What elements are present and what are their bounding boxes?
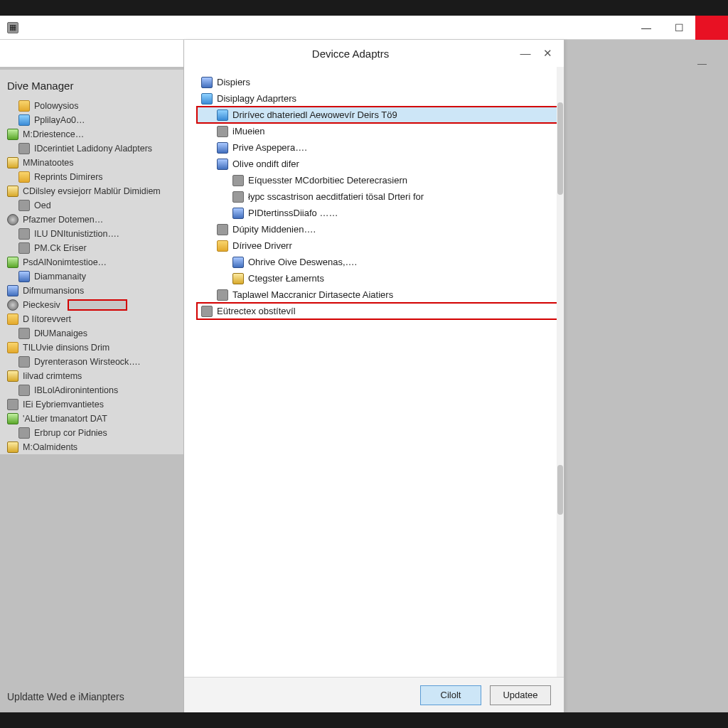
monitor-icon (201, 93, 213, 105)
tree-item-label: Ctegster Łamernts (248, 272, 324, 285)
sidebar-item[interactable]: TILUvie dinsions Drim (6, 341, 178, 355)
sidebar-item[interactable]: ILU DNItunistiztion…. (6, 227, 178, 241)
tree-item[interactable]: Eütrectex obstítevíl (197, 303, 564, 319)
tree-item-label: Ohrive Oive Deswenas,…. (248, 255, 357, 269)
sidebar-item-label: IDcerintiet Ladidony Aladpters (34, 142, 152, 155)
sidebar-item[interactable]: Erbrup cor Pidnies (6, 426, 178, 440)
grey-icon (7, 399, 18, 410)
bg-menu-dash[interactable]: — (697, 58, 707, 69)
tree-item[interactable]: Olive ondift difer (197, 156, 564, 172)
sidebar-item-label: M:Oalmidents (23, 441, 77, 454)
folder-icon (18, 171, 30, 183)
dialog-titlebar: Devicce Adaptrs — ✕ (184, 40, 564, 67)
sidebar-item[interactable]: MMinatootes (6, 156, 178, 170)
dialog-footer: Cilolt Updatee (184, 677, 564, 712)
tree-item-label: łypc sscastrison aecditfatieri tösal Drt… (248, 190, 424, 203)
tree-item[interactable]: Dúpity Middenien…. (197, 221, 564, 237)
blue-icon (7, 285, 18, 296)
card-icon (7, 129, 18, 140)
card-icon (7, 257, 18, 268)
folder-icon (7, 342, 18, 353)
tree-item-label: Olive ondift difer (232, 157, 299, 171)
sidebar-item[interactable]: IEi Eybriemvantietes (6, 397, 178, 412)
sidebar-item[interactable]: Pfazmer Dotemen… (6, 213, 178, 227)
sidebar-item[interactable]: Difmumansions (6, 284, 178, 298)
grey-icon (18, 242, 30, 254)
sidebar-item[interactable]: PplilayAo0… (6, 113, 178, 127)
sidebar-item-label: ILU DNItunistiztion…. (34, 228, 119, 240)
tree-item-label: Drirívec dhateriedl Aewowevír Deirs Tö9 (232, 108, 397, 122)
generic-icon (217, 289, 228, 301)
sidebar-item[interactable]: D Iítorevvert (6, 312, 178, 326)
sidebar-item-label: PsdAlNonimtestioe… (23, 256, 107, 269)
sidebar-item-label: Reprints Dimirers (34, 171, 103, 183)
tree-item[interactable]: iMueien (197, 123, 564, 139)
tree-item[interactable]: PIDtertinssDiiafo …… (197, 205, 564, 221)
sidebar-item-label: PplilayAo0… (34, 114, 85, 127)
bg-close-button[interactable] (695, 16, 728, 40)
sidebar-title: Dive Manager (6, 77, 178, 99)
dialog-close-button[interactable]: ✕ (540, 47, 557, 60)
sidebar-item[interactable]: Polowysios (6, 99, 178, 113)
generic-icon (217, 224, 228, 235)
sidebar-item-label: Diammanaity (34, 270, 86, 283)
sidebar-item-label: IBLolAdironintentions (34, 384, 118, 397)
tree-item-label: Eíquesster MCdorbitiec Deterecrasiern (248, 173, 407, 187)
bg-minimize-button[interactable]: — (630, 16, 663, 40)
gold-icon (232, 273, 244, 284)
sidebar-item[interactable]: DłUManaiges (6, 326, 178, 341)
sidebar-item[interactable]: IDcerintiet Ladidony Aladpters (6, 141, 178, 156)
grey-icon (18, 228, 30, 240)
sidebar-item-label: Dyrenterason Wirsteock…. (34, 355, 140, 368)
tree-item[interactable]: łypc sscastrison aecditfatieri tösal Drt… (197, 188, 564, 205)
sidebar-item-label: Pfazmer Dotemen… (23, 213, 103, 226)
sidebar-item-label: CDilsley evsiejorr Mablür Dimidiem (23, 185, 161, 198)
folder-icon (18, 100, 30, 112)
dialog-minimize-button[interactable]: — (517, 47, 534, 60)
tree-item[interactable]: Eíquesster MCdorbitiec Deterecrasiern (197, 172, 564, 188)
app-icon: ▦ (7, 22, 18, 33)
primary-button[interactable]: Cilolt (420, 685, 481, 705)
blue-icon (232, 208, 244, 219)
tree-item[interactable]: Prive Aspepera…. (197, 139, 564, 156)
tree-item[interactable]: Dírivee Driverr (197, 237, 564, 254)
sidebar-item[interactable]: 'ALtier tmanatort DAT (6, 412, 178, 426)
tree-item-label: iMueien (232, 124, 265, 138)
sidebar-item[interactable]: Diammanaity (6, 269, 178, 284)
tree-item[interactable]: Ohrive Oive Deswenas,…. (197, 254, 564, 270)
sidebar-item[interactable]: Pieckesiv (6, 298, 178, 312)
tree-item-label: PIDtertinssDiiafo …… (248, 206, 338, 220)
update-button[interactable]: Updatee (490, 685, 551, 705)
blue-icon (217, 159, 228, 170)
sidebar-item[interactable]: PM.Ck Eriser (6, 241, 178, 255)
sidebar-item[interactable]: CDilsley evsiejorr Mablür Dimidiem (6, 184, 178, 198)
grey-icon (201, 306, 213, 317)
grey-icon (18, 427, 30, 439)
generic-icon (217, 126, 228, 137)
tree-item[interactable]: Dispiers (197, 74, 564, 90)
gold-icon (7, 157, 18, 168)
sidebar-item[interactable]: M:Oalmidents (6, 440, 178, 454)
sidebar-item-label: Iilvad crimtems (23, 370, 82, 382)
tree-item[interactable]: Taplawel Maccranicr Dirtasecte Aiatiers (197, 287, 564, 303)
sidebar-item[interactable]: Dyrenterason Wirsteock…. (6, 355, 178, 369)
generic-icon (18, 328, 30, 339)
tree-item[interactable]: Ctegster Łamernts (197, 270, 564, 287)
sidebar-item[interactable]: Iilvad crimtems (6, 369, 178, 383)
sidebar-item[interactable]: Oed (6, 198, 178, 213)
sidebar-item[interactable]: IBLolAdironintentions (6, 383, 178, 397)
dialog-body: DispiersDisiplagy AdaprtersDrirívec dhat… (184, 67, 564, 677)
dialog-scrollbar[interactable] (557, 67, 564, 677)
sidebar-item[interactable]: PsdAlNonimtestioe… (6, 255, 178, 269)
background-window: ▦ — ☐ — Dive Manager PolowysiosPplilayAo… (0, 16, 728, 712)
sidebar-item[interactable]: M:Driestence… (6, 127, 178, 141)
background-titlebar: ▦ — ☐ (0, 16, 728, 40)
tree-item-label: Dúpity Middenien…. (232, 223, 316, 236)
bg-maximize-button[interactable]: ☐ (663, 16, 695, 40)
tree-item[interactable]: Drirívec dhateriedl Aewowevír Deirs Tö9 (197, 107, 564, 123)
folder-icon (217, 240, 228, 252)
monitor-icon (217, 109, 228, 121)
sidebar-item[interactable]: Reprints Dimirers (6, 170, 178, 184)
tree-item[interactable]: Disiplagy Adaprters (197, 90, 564, 107)
grey-icon (232, 191, 244, 203)
